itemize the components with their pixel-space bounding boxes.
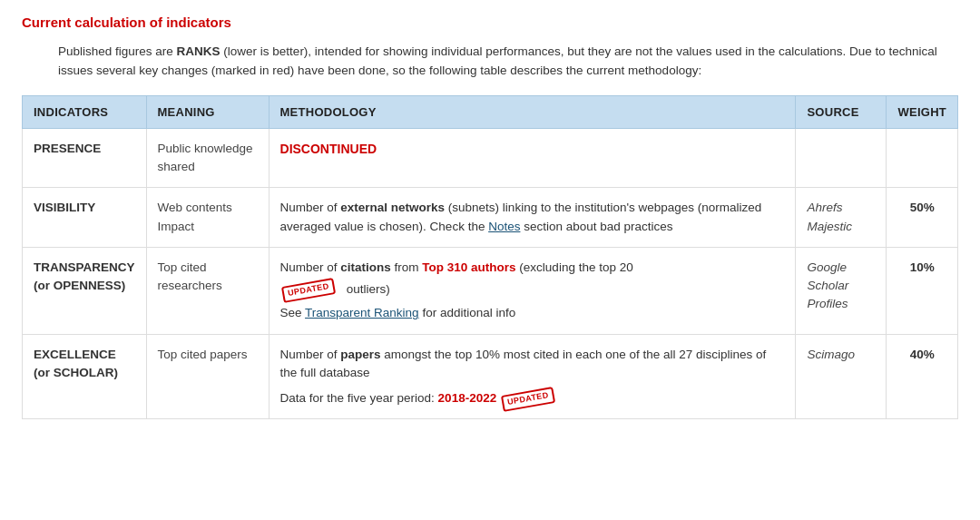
methodology-presence: DISCONTINUED xyxy=(269,128,796,188)
weight-excellence: 40% xyxy=(887,334,958,419)
col-indicators: INDICATORS xyxy=(23,95,147,128)
intro-text-part1: Published figures are xyxy=(58,44,177,58)
indicator-excellence: EXCELLENCE(or SCHOLAR) xyxy=(23,334,147,419)
transparency-line3: See Transparent Ranking for additional i… xyxy=(280,304,785,322)
transparency-line2: UPDATED outliers) xyxy=(280,280,785,299)
page-title: Current calculation of indicators xyxy=(22,15,958,30)
source-excellence: Scimago xyxy=(796,334,887,419)
weight-transparency: 10% xyxy=(887,247,958,334)
col-weight: WEIGHT xyxy=(887,95,958,128)
methodology-text: Number of external networks (subnets) li… xyxy=(280,201,762,232)
source-visibility: Ahrefs Majestic xyxy=(796,188,887,248)
notes-link[interactable]: Notes xyxy=(488,220,520,233)
col-meaning: MEANING xyxy=(146,95,269,128)
meaning-excellence: Top cited papers xyxy=(146,334,269,419)
excellence-line1: Number of papers amongst the top 10% mos… xyxy=(280,346,785,383)
table-header-row: INDICATORS MEANING METHODOLOGY SOURCE WE… xyxy=(23,95,958,128)
table-row: PRESENCE Public knowledge shared DISCONT… xyxy=(23,128,958,188)
discontinued-label: DISCONTINUED xyxy=(280,142,377,156)
transparency-line1: Number of citations from Top 310 authors… xyxy=(280,259,785,277)
updated-stamp-excellence: UPDATED xyxy=(501,387,555,411)
table-row: VISIBILITY Web contents Impact Number of… xyxy=(23,188,958,248)
meaning-transparency: Top cited researchers xyxy=(146,247,269,334)
meaning-visibility: Web contents Impact xyxy=(146,188,269,248)
weight-visibility: 50% xyxy=(887,188,958,248)
col-methodology: METHODOLOGY xyxy=(269,95,796,128)
table-row: EXCELLENCE(or SCHOLAR) Top cited papers … xyxy=(23,334,958,419)
year-range: 2018-2022 xyxy=(438,391,497,405)
table-row: TRANSPARENCY(or OPENNESS) Top cited rese… xyxy=(23,247,958,334)
methodology-visibility: Number of external networks (subnets) li… xyxy=(269,188,796,248)
updated-stamp: UPDATED xyxy=(280,278,335,302)
indicator-presence: PRESENCE xyxy=(23,128,147,188)
source-presence xyxy=(796,128,887,188)
source-transparency: Google Scholar Profiles xyxy=(796,247,887,334)
methodology-transparency: Number of citations from Top 310 authors… xyxy=(269,247,796,334)
indicator-visibility: VISIBILITY xyxy=(23,188,147,248)
col-source: SOURCE xyxy=(796,95,887,128)
intro-ranks-bold: RANKS xyxy=(177,44,220,58)
transparent-ranking-link[interactable]: Transparent Ranking xyxy=(305,306,419,319)
intro-paragraph: Published figures are RANKS (lower is be… xyxy=(22,43,958,81)
indicators-table: INDICATORS MEANING METHODOLOGY SOURCE WE… xyxy=(22,95,958,420)
meaning-presence: Public knowledge shared xyxy=(146,128,269,188)
excellence-line2: Data for the five year period: 2018-2022… xyxy=(280,389,785,407)
methodology-excellence: Number of papers amongst the top 10% mos… xyxy=(269,334,796,419)
indicator-transparency: TRANSPARENCY(or OPENNESS) xyxy=(23,247,147,334)
top-authors-text: Top 310 authors xyxy=(422,260,515,274)
weight-presence xyxy=(887,128,958,188)
